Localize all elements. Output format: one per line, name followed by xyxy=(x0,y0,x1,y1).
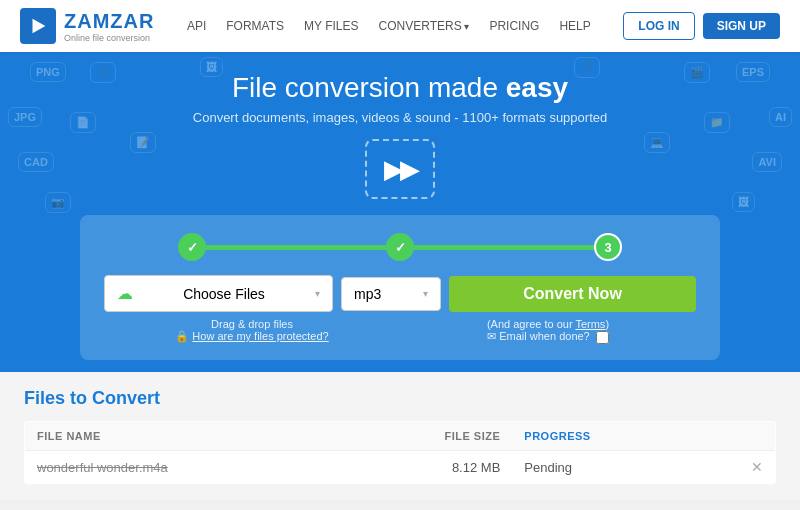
header: ZAMZAR Online file conversion API FORMAT… xyxy=(0,0,800,52)
email-checkbox[interactable] xyxy=(596,331,609,344)
convert-now-button[interactable]: Convert Now xyxy=(449,276,696,312)
play-box: ▶▶ xyxy=(365,139,435,199)
main-nav: API FORMATS MY FILES CONVERTERS PRICING … xyxy=(187,19,591,33)
files-title: Files to Convert xyxy=(24,388,776,409)
logo: ZAMZAR Online file conversion xyxy=(20,8,154,44)
col-header-size: FILE SIZE xyxy=(347,422,513,451)
step-line-2 xyxy=(414,245,594,250)
chevron-down-icon: ▾ xyxy=(423,288,428,299)
table-row: wonderful wonder.m4a 8.12 MB Pending ✕ xyxy=(25,451,776,484)
helper-right: (And agree to our Terms) ✉ Email when do… xyxy=(400,318,696,344)
format-value: mp3 xyxy=(354,286,381,302)
steps-row: ✓ ✓ 3 xyxy=(104,233,696,261)
signup-button[interactable]: SIGN UP xyxy=(703,13,780,39)
step-1: ✓ xyxy=(178,233,206,261)
controls-row: ☁ Choose Files ▾ mp3 ▾ Convert Now xyxy=(104,275,696,312)
cloud-upload-icon: ☁ xyxy=(117,284,133,303)
terms-area: (And agree to our Terms) xyxy=(400,318,696,330)
logo-icon xyxy=(20,8,56,44)
play-icon-area: ▶▶ xyxy=(0,139,800,199)
nav-formats[interactable]: FORMATS xyxy=(226,19,284,33)
file-name: wonderful wonder.m4a xyxy=(25,451,347,484)
protection-link-area: 🔒 How are my files protected? xyxy=(104,330,400,343)
hero-title: File conversion made easy xyxy=(0,72,800,104)
login-button[interactable]: LOG IN xyxy=(623,12,694,40)
logo-name: ZAMZAR xyxy=(64,10,154,33)
file-size: 8.12 MB xyxy=(347,451,513,484)
logo-tagline: Online file conversion xyxy=(64,33,154,43)
svg-marker-0 xyxy=(33,19,46,34)
nav-converters[interactable]: CONVERTERS xyxy=(379,19,470,33)
email-area: ✉ Email when done? xyxy=(400,330,696,344)
nav-pricing[interactable]: PRICING xyxy=(489,19,539,33)
helper-row: Drag & drop files 🔒 How are my files pro… xyxy=(104,318,696,344)
email-icon: ✉ xyxy=(487,330,496,342)
files-table: FILE NAME FILE SIZE PROGRESS wonderful w… xyxy=(24,421,776,484)
col-header-progress: PROGRESS xyxy=(512,422,699,451)
col-header-close xyxy=(700,422,776,451)
hero-section: PNG JPG CAD 📷 🎵 📄 EPS AI AVI 🖼 🎬 📁 🖼 🎵 📝… xyxy=(0,52,800,372)
lock-icon: 🔒 xyxy=(175,330,189,342)
remove-file-button[interactable]: ✕ xyxy=(700,451,776,484)
header-buttons: LOG IN SIGN UP xyxy=(623,12,780,40)
drag-drop-label: Drag & drop files xyxy=(104,318,400,330)
protection-link[interactable]: How are my files protected? xyxy=(192,330,328,342)
converter-panel: ✓ ✓ 3 ☁ Choose Files ▾ mp3 ▾ Convert Now xyxy=(80,215,720,360)
email-label: Email when done? xyxy=(499,330,590,342)
step-2: ✓ xyxy=(386,233,414,261)
file-progress: Pending xyxy=(512,451,699,484)
helper-left: Drag & drop files 🔒 How are my files pro… xyxy=(104,318,400,344)
nav-help[interactable]: HELP xyxy=(559,19,590,33)
chevron-down-icon: ▾ xyxy=(315,288,320,299)
play-arrows: ▶▶ xyxy=(384,154,416,185)
terms-link[interactable]: Terms xyxy=(575,318,605,330)
hero-subtitle: Convert documents, images, videos & soun… xyxy=(0,110,800,125)
format-selector[interactable]: mp3 ▾ xyxy=(341,277,441,311)
choose-files-label: Choose Files xyxy=(183,286,265,302)
step-line-1 xyxy=(206,245,386,250)
choose-files-button[interactable]: ☁ Choose Files ▾ xyxy=(104,275,333,312)
nav-api[interactable]: API xyxy=(187,19,206,33)
col-header-name: FILE NAME xyxy=(25,422,347,451)
nav-myfiles[interactable]: MY FILES xyxy=(304,19,358,33)
files-section: Files to Convert FILE NAME FILE SIZE PRO… xyxy=(0,372,800,500)
logo-text: ZAMZAR Online file conversion xyxy=(64,10,154,43)
step-3: 3 xyxy=(594,233,622,261)
table-header-row: FILE NAME FILE SIZE PROGRESS xyxy=(25,422,776,451)
